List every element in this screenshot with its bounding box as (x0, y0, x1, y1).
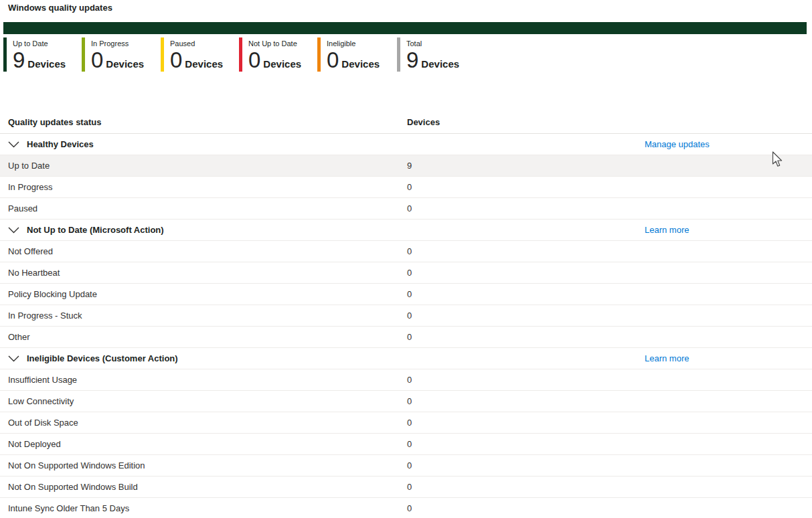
stat-value: 9Devices (13, 48, 66, 72)
row-label: Other (8, 327, 30, 347)
row-value: 0 (407, 391, 412, 412)
section-header-not-up-to-date[interactable]: Not Up to Date (Microsoft Action) Learn … (0, 220, 812, 241)
stat-value: 0Devices (170, 48, 223, 72)
row-label: Not Offered (8, 241, 53, 262)
section-action: Learn more (645, 220, 689, 240)
table-row-up-to-date: Up to Date 9 (0, 155, 812, 177)
windows-quality-updates-report: Windows quality updates Up to Date 9Devi… (0, 0, 812, 518)
row-label: Out of Disk Space (8, 412, 78, 433)
table-row-low-connectivity: Low Connectivity 0 (0, 391, 812, 412)
table-row-no-heartbeat: No Heartbeat 0 (0, 262, 812, 284)
stat-color-bar (397, 37, 400, 72)
table-row-other: Other 0 (0, 327, 812, 348)
row-label: Not On Supported Windows Build (8, 477, 138, 497)
row-value: 9 (407, 155, 412, 176)
column-header-devices: Devices (407, 111, 440, 133)
stat-in-progress: In Progress 0Devices (82, 37, 144, 72)
stat-not-up-to-date: Not Up to Date 0Devices (239, 37, 301, 72)
table-row-paused: Paused 0 (0, 198, 812, 220)
section-header-ineligible-devices[interactable]: Ineligible Devices (Customer Action) Lea… (0, 348, 812, 369)
table-header-row: Quality updates status Devices (0, 111, 812, 134)
chevron-down-icon[interactable] (8, 355, 19, 362)
manage-updates-link[interactable]: Manage updates (645, 139, 710, 149)
row-value: 0 (407, 262, 412, 283)
stat-value: 0Devices (248, 48, 301, 72)
stat-unit: Devices (421, 58, 459, 70)
section-title-wrap: Not Up to Date (Microsoft Action) (8, 220, 164, 240)
section-title-wrap: Healthy Devices (8, 134, 94, 155)
section-title-wrap: Ineligible Devices (Customer Action) (8, 348, 178, 369)
row-value: 0 (407, 455, 412, 476)
table-row-not-on-supported-windows-build: Not On Supported Windows Build 0 (0, 477, 812, 498)
section-action: Manage updates (645, 134, 710, 155)
section-title: Ineligible Devices (Customer Action) (27, 353, 178, 363)
row-label: Policy Blocking Update (8, 284, 97, 305)
stat-color-bar (82, 37, 85, 72)
stat-unit: Devices (106, 58, 144, 70)
page-title: Windows quality updates (8, 3, 112, 13)
stat-count: 9 (406, 48, 418, 72)
table-row-in-progress: In Progress 0 (0, 177, 812, 198)
stat-color-bar (317, 37, 321, 72)
stat-unit: Devices (27, 58, 66, 70)
stat-ineligible: Ineligible 0Devices (317, 37, 380, 72)
row-value: 0 (407, 412, 412, 433)
chevron-down-icon[interactable] (8, 141, 19, 148)
stat-body: Up to Date 9Devices (13, 37, 66, 72)
table-row-intune-sync-older-than-5-days: Intune Sync Older Than 5 Days 0 (0, 498, 812, 518)
row-label: Low Connectivity (8, 391, 74, 412)
stat-unit: Devices (263, 58, 301, 70)
column-header-status: Quality updates status (8, 111, 101, 133)
row-label: Not On Supported Windows Edition (8, 455, 145, 476)
row-value: 0 (407, 498, 412, 518)
table-row-insufficient-usage: Insufficient Usage 0 (0, 369, 812, 391)
stat-count: 0 (170, 48, 181, 72)
quality-updates-progress-bar (3, 22, 807, 34)
row-value: 0 (407, 284, 412, 305)
row-value: 0 (407, 305, 412, 326)
quality-updates-table: Quality updates status Devices Healthy D… (0, 111, 812, 518)
stat-value: 0Devices (327, 48, 380, 72)
row-value: 0 (407, 434, 412, 454)
stat-body: Paused 0Devices (170, 37, 223, 72)
stat-unit: Devices (341, 58, 380, 70)
table-row-not-offered: Not Offered 0 (0, 241, 812, 262)
stat-count: 0 (91, 48, 102, 72)
row-label: No Heartbeat (8, 262, 60, 283)
stat-body: Not Up to Date 0Devices (248, 37, 301, 72)
stat-paused: Paused 0Devices (161, 37, 223, 72)
row-value: 0 (407, 477, 412, 497)
stat-value: 9Devices (406, 48, 459, 72)
stat-body: Ineligible 0Devices (327, 37, 380, 72)
stat-value: 0Devices (91, 48, 144, 72)
row-value: 0 (407, 177, 412, 197)
row-label: In Progress - Stuck (8, 305, 82, 326)
stat-body: In Progress 0Devices (91, 37, 144, 72)
section-action: Learn more (645, 348, 689, 369)
stat-color-bar (161, 37, 164, 72)
row-label: Not Deployed (8, 434, 61, 454)
stat-body: Total 9Devices (406, 37, 459, 72)
learn-more-link[interactable]: Learn more (645, 225, 689, 235)
learn-more-link[interactable]: Learn more (645, 353, 689, 363)
section-title: Not Up to Date (Microsoft Action) (27, 225, 164, 235)
row-label: Paused (8, 198, 37, 219)
table-row-not-on-supported-windows-edition: Not On Supported Windows Edition 0 (0, 455, 812, 477)
section-title: Healthy Devices (27, 139, 94, 149)
row-value: 0 (407, 369, 412, 390)
table-row-not-deployed: Not Deployed 0 (0, 434, 812, 455)
stat-color-bar (239, 37, 242, 72)
row-label: Up to Date (8, 155, 50, 176)
table-row-policy-blocking-update: Policy Blocking Update 0 (0, 284, 812, 305)
row-label: Intune Sync Older Than 5 Days (8, 498, 129, 518)
table-row-in-progress-stuck: In Progress - Stuck 0 (0, 305, 812, 327)
stat-count: 0 (327, 48, 338, 72)
stat-count: 0 (248, 48, 260, 72)
stat-unit: Devices (185, 58, 223, 70)
stat-count: 9 (13, 48, 24, 72)
chevron-down-icon[interactable] (8, 227, 19, 234)
table-row-out-of-disk-space: Out of Disk Space 0 (0, 412, 812, 434)
row-label: In Progress (8, 177, 52, 197)
section-header-healthy-devices[interactable]: Healthy Devices Manage updates (0, 134, 812, 155)
row-value: 0 (407, 241, 412, 262)
